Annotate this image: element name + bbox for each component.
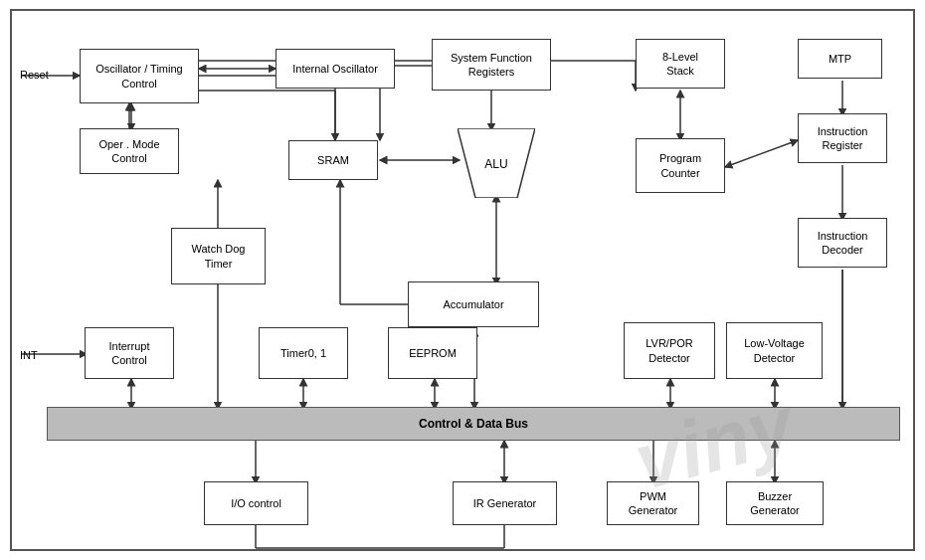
eight-level-stack-block: 8-LevelStack — [636, 39, 725, 89]
internal-osc-block: Internal Oscillator — [276, 49, 395, 89]
low-voltage-block: Low-VoltageDetector — [726, 322, 823, 379]
instruction-reg-block: InstructionRegister — [798, 113, 887, 163]
program-counter-block: ProgramCounter — [636, 138, 725, 193]
watch-dog-block: Watch DogTimer — [171, 228, 266, 284]
interrupt-ctrl-block: InterruptControl — [85, 327, 174, 379]
buzzer-generator-block: BuzzerGenerator — [726, 481, 824, 525]
control-data-bus: Control & Data Bus — [47, 407, 900, 441]
instruction-dec-block: InstructionDecoder — [798, 218, 887, 268]
reset-label: Reset — [20, 69, 49, 81]
svg-text:ALU: ALU — [484, 157, 507, 171]
svg-line-16 — [725, 140, 798, 167]
eeprom-block: EEPROM — [388, 327, 477, 379]
sys-func-reg-block: System FunctionRegisters — [432, 39, 551, 91]
sram-block: SRAM — [288, 140, 378, 180]
mtp-block: MTP — [798, 39, 882, 79]
timer01-block: Timer0, 1 — [259, 327, 348, 379]
io-control-block: I/O control — [204, 481, 308, 525]
ir-generator-block: IR Generator — [453, 481, 557, 525]
accumulator-block: Accumulator — [408, 281, 539, 327]
alu-block: ALU — [458, 128, 535, 198]
int-label: INT — [20, 349, 38, 361]
pwm-generator-block: PWMGenerator — [607, 481, 699, 525]
oscillator-block: Oscillator / TimingControl — [80, 49, 199, 103]
diagram-container: Reset INT Oscillator / TimingControl Int… — [10, 9, 915, 551]
lvr-por-block: LVR/PORDetector — [624, 322, 715, 379]
oper-mode-block: Oper . ModeControl — [80, 128, 179, 174]
